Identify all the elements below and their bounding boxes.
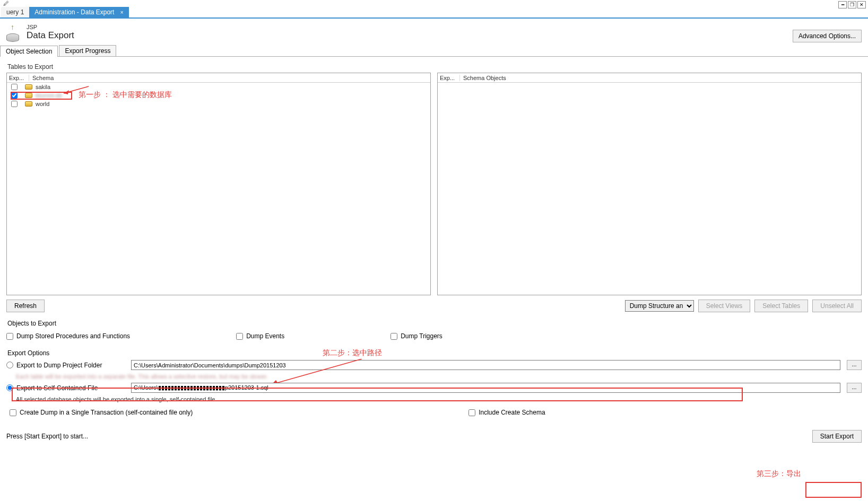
- close-tab-icon[interactable]: ×: [120, 10, 124, 15]
- page-title: Data Export: [27, 30, 74, 41]
- dump-type-dropdown[interactable]: Dump Structure and Dat: [625, 300, 694, 312]
- single-tx-row[interactable]: Create Dump in a Single Transaction (sel…: [10, 409, 193, 416]
- page-header: ↑ JSP Data Export: [0, 19, 868, 44]
- include-schema-row[interactable]: Include Create Schema: [468, 409, 545, 416]
- col-schema[interactable]: Schema: [29, 75, 430, 81]
- export-folder-path-input[interactable]: [131, 360, 840, 370]
- schema-checkbox[interactable]: [11, 92, 18, 99]
- schema-checkbox[interactable]: [11, 101, 18, 107]
- tab-bar: uery 1 Administration - Data Export ×: [0, 8, 868, 19]
- dump-events-checkbox[interactable]: [236, 333, 243, 340]
- unselect-all-button[interactable]: Unselect All: [812, 300, 862, 312]
- browse-file-button[interactable]: ...: [847, 383, 862, 393]
- export-self-row: Export to Self-Contained File ...: [6, 383, 862, 393]
- schema-objects-pane: Exp... Schema Objects: [437, 73, 862, 295]
- select-views-button[interactable]: Select Views: [698, 300, 750, 312]
- start-export-button[interactable]: Start Export: [812, 430, 862, 443]
- schema-buttons-row: Refresh Dump Structure and Dat Select Vi…: [6, 300, 862, 312]
- close-button[interactable]: ✕: [857, 1, 866, 8]
- minimize-button[interactable]: ━: [838, 1, 847, 8]
- tables-to-export-label: Tables to Export: [7, 63, 862, 71]
- database-icon: [25, 101, 32, 107]
- single-tx-checkbox[interactable]: [10, 409, 16, 416]
- schema-name: sakila: [36, 84, 50, 90]
- col-export[interactable]: Exp...: [438, 75, 460, 81]
- schema-row-selected[interactable]: blurred-db: [7, 91, 430, 100]
- advanced-options-button[interactable]: Advanced Options...: [793, 30, 862, 42]
- export-options-label: Export Options: [7, 349, 862, 357]
- database-icon: [25, 84, 32, 90]
- folder-description-blurred: Each table will be exported into a separ…: [16, 373, 862, 380]
- schema-name: world: [36, 101, 49, 107]
- dump-events-checkbox-row[interactable]: Dump Events: [236, 332, 284, 340]
- tab-label: Administration - Data Export: [34, 8, 114, 16]
- objects-to-export-label: Objects to Export: [7, 320, 862, 327]
- export-self-label: Export to Self-Contained File: [16, 384, 128, 392]
- schema-row-world[interactable]: world: [7, 100, 430, 108]
- window-controls: ━ ❐ ✕: [838, 1, 866, 8]
- export-self-path-input[interactable]: [131, 383, 840, 393]
- dump-triggers-checkbox-row[interactable]: Dump Triggers: [390, 332, 442, 340]
- schema-list-pane: Exp... Schema sakila blurred-db world: [6, 73, 431, 295]
- menu-hint: 🖉: [0, 0, 868, 8]
- export-folder-row: Export to Dump Project Folder ...: [6, 360, 862, 370]
- maximize-button[interactable]: ❐: [848, 1, 856, 8]
- tab-query-1[interactable]: uery 1: [1, 7, 29, 17]
- tab-object-selection[interactable]: Object Selection: [0, 46, 58, 57]
- export-folder-radio[interactable]: [6, 362, 13, 368]
- schema-panes: Exp... Schema sakila blurred-db world Ex: [6, 73, 862, 295]
- database-icon: [25, 93, 32, 98]
- export-folder-label: Export to Dump Project Folder: [16, 362, 128, 369]
- tab-admin-data-export[interactable]: Administration - Data Export ×: [29, 7, 128, 17]
- dump-triggers-checkbox[interactable]: [390, 333, 397, 340]
- export-self-radio[interactable]: [6, 384, 13, 391]
- dump-events-label: Dump Events: [246, 332, 284, 340]
- refresh-button[interactable]: Refresh: [6, 300, 45, 312]
- export-icon: ↑: [4, 25, 21, 42]
- tab-export-progress[interactable]: Export Progress: [59, 45, 116, 56]
- single-tx-label: Create Dump in a Single Transaction (sel…: [20, 409, 193, 416]
- col-export[interactable]: Exp...: [7, 75, 29, 81]
- dump-sp-checkbox[interactable]: [6, 333, 13, 340]
- schema-name-blurred: blurred-db: [36, 92, 62, 99]
- select-tables-button[interactable]: Select Tables: [754, 300, 808, 312]
- footer-hint: Press [Start Export] to start...: [6, 433, 88, 440]
- dump-sp-label: Dump Stored Procedures and Functions: [16, 332, 130, 340]
- include-schema-checkbox[interactable]: [468, 409, 475, 416]
- col-schema-objects[interactable]: Schema Objects: [460, 75, 861, 81]
- include-schema-label: Include Create Schema: [479, 409, 545, 416]
- dump-sp-checkbox-row[interactable]: Dump Stored Procedures and Functions: [6, 332, 130, 340]
- sub-tab-bar: Object Selection Export Progress: [0, 45, 868, 57]
- connection-label: JSP: [27, 24, 74, 30]
- footer: Press [Start Export] to start... Start E…: [0, 430, 868, 447]
- self-contained-description: All selected database objects will be ex…: [16, 396, 862, 402]
- browse-folder-button[interactable]: ...: [847, 360, 862, 370]
- schema-checkbox[interactable]: [11, 84, 18, 90]
- schema-row-sakila[interactable]: sakila: [7, 83, 430, 91]
- dump-triggers-label: Dump Triggers: [401, 332, 442, 340]
